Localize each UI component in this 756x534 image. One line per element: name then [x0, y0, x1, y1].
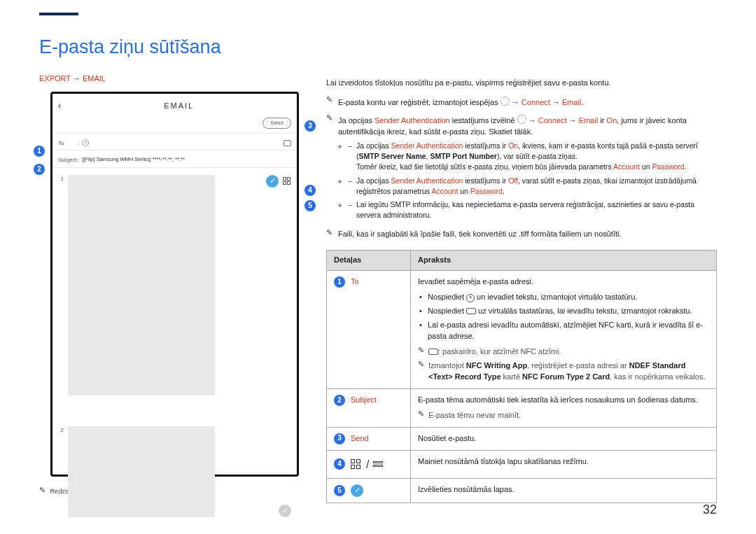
sub-list: Ja opcijas Sender Authentication iestatī… — [348, 141, 717, 221]
gear-icon — [517, 115, 526, 124]
row-label-subject: Subject — [351, 395, 377, 406]
note-icon: ✎ — [418, 360, 424, 368]
subject-separator: : — [78, 156, 79, 164]
device-header: ‹ EMAIL — [52, 94, 297, 117]
subject-field: Subject : [[Flip] Samsung WMH Series] **… — [52, 153, 297, 167]
info-list: ✎ E-pasta kontu var reģistrēt, izmantojo… — [326, 96, 717, 240]
send-button[interactable]: Send — [262, 118, 291, 129]
page-thumbnail[interactable] — [68, 175, 215, 395]
note-icon: ✎ — [418, 410, 424, 418]
grid-icon — [351, 459, 362, 469]
note-icon: ✎ — [326, 96, 332, 104]
callout-2: 2 — [34, 164, 45, 175]
to-separator: : — [78, 139, 79, 148]
callout-3: 3 — [304, 120, 316, 132]
note-icon: ✎ — [326, 114, 332, 122]
check-icon: ✓ — [351, 484, 363, 497]
page-title: E-pasta ziņu sūtīšana — [39, 34, 717, 61]
to-label: To — [58, 139, 78, 148]
back-icon[interactable]: ‹ — [58, 99, 61, 113]
list-icon — [373, 461, 383, 467]
row-num-3: 3 — [334, 433, 345, 444]
add-icon: + — [466, 294, 475, 302]
row-label-to: To — [351, 276, 359, 288]
callout-1: 1 — [34, 146, 45, 157]
list-item: Nospiediet uz virtuālās tastatūras, lai … — [418, 306, 709, 317]
breadcrumb-email: EMAIL — [83, 74, 106, 83]
subject-value: [[Flip] Samsung WMH Series] ****-**-**, … — [82, 156, 185, 164]
callout-4: 4 — [304, 185, 316, 196]
intro-text: Lai izveidotos tīstokļus nosūtītu pa e-p… — [326, 78, 717, 89]
page-unselected-icon[interactable]: ✓ — [279, 505, 291, 517]
breadcrumb: EXPORT → EMAIL — [39, 73, 305, 85]
main-layout: EXPORT → EMAIL 1 2 3 4 5 ‹ EMAIL Send To… — [39, 73, 717, 503]
sub-item: Lai iegūtu SMTP informāciju, kas nepieci… — [348, 199, 717, 220]
info-item: ✎ Faili, kas ir saglabāti kā īpašie fail… — [326, 229, 717, 240]
th-description: Apraksts — [411, 251, 717, 271]
row-num-1: 1 — [334, 276, 345, 288]
add-recipient-icon[interactable]: + — [82, 139, 89, 146]
note-icon: ✎ — [39, 486, 46, 494]
th-details: Detaļas — [327, 251, 411, 271]
device-screenshot: 1 2 3 4 5 ‹ EMAIL Send To : + Subject — [50, 92, 299, 477]
nfc-icon — [428, 349, 438, 355]
info-text: Faili, kas ir saglabāti kā īpašie faili,… — [338, 229, 622, 240]
accent-bar — [39, 13, 78, 15]
right-column: Lai izveidotos tīstokļus nosūtītu pa e-p… — [326, 73, 717, 503]
note-icon: ✎ — [326, 229, 332, 237]
to-field[interactable]: To : + — [52, 136, 297, 150]
page-number: 32 — [703, 500, 717, 519]
note-icon: ✎ — [418, 346, 424, 354]
page-thumbnail[interactable] — [68, 426, 215, 517]
row-desc: Mainiet nosūtāmā tīstokļa lapu skatīšana… — [411, 450, 717, 478]
info-text: Ja opcijas Sender Authentication iestatī… — [338, 114, 717, 223]
page-selected-icon[interactable]: ✓ — [266, 175, 279, 188]
thumb-page-number: 1 — [58, 175, 64, 183]
list-item: Lai e-pasta adresi ievadītu automātiski,… — [418, 320, 709, 342]
gear-icon — [500, 97, 510, 106]
table-row: 2 Subject E-pasta tēma automātiski tiek … — [327, 388, 717, 427]
table-row: 4 / Mainiet nosūtāmā tīstokļa lapu skatī… — [327, 450, 717, 478]
row-desc: E-pasta tēma automātiski tiek iestatīta … — [411, 388, 717, 427]
row-label-send: Send — [351, 433, 369, 444]
row-desc: Izvēlieties nosūtāmās lapas. — [411, 478, 717, 503]
row-num-5: 5 — [334, 485, 345, 496]
table-row: 5 ✓ Izvēlieties nosūtāmās lapas. — [327, 478, 717, 503]
sub-item: Ja opcijas Sender Authentication iestatī… — [348, 141, 717, 173]
sub-item: Ja opcijas Sender Authentication iestatī… — [348, 176, 717, 197]
thumb-page-number: 2 — [58, 426, 64, 435]
device-title: EMAIL — [66, 101, 291, 112]
breadcrumb-export: EXPORT — [39, 74, 71, 83]
callout-5: 5 — [304, 200, 316, 211]
view-grid-icon[interactable] — [283, 177, 291, 185]
info-item: ✎ Ja opcijas Sender Authentication iesta… — [326, 114, 717, 223]
row-desc: Ievadiet saņēmēja e-pasta adresi. Nospie… — [411, 271, 717, 389]
table-row: 3 Send Nosūtiet e-pastu. — [327, 427, 717, 450]
nfc-icon[interactable] — [284, 140, 291, 146]
row-num-2: 2 — [334, 395, 345, 406]
info-item: ✎ E-pasta kontu var reģistrēt, izmantojo… — [326, 96, 717, 108]
subject-label: Subject — [58, 156, 78, 164]
info-text: E-pasta kontu var reģistrēt, izmantojot … — [338, 96, 584, 108]
row-desc: Nosūtiet e-pastu. — [411, 427, 717, 450]
left-column: EXPORT → EMAIL 1 2 3 4 5 ‹ EMAIL Send To… — [39, 73, 305, 503]
details-table: Detaļas Apraksts 1 To Ievadiet saņēmēja … — [326, 250, 717, 503]
table-row: 1 To Ievadiet saņēmēja e-pasta adresi. N… — [327, 271, 717, 389]
list-item: Nospiediet + un ievadiet tekstu, izmanto… — [418, 292, 709, 303]
keyboard-icon — [466, 308, 476, 314]
view-mode-icons: / — [351, 456, 383, 472]
row-num-4: 4 — [334, 458, 345, 470]
page-thumbnails: 1 ✓ 2 ✓ — [52, 171, 297, 521]
arrow-icon: → — [73, 74, 80, 83]
